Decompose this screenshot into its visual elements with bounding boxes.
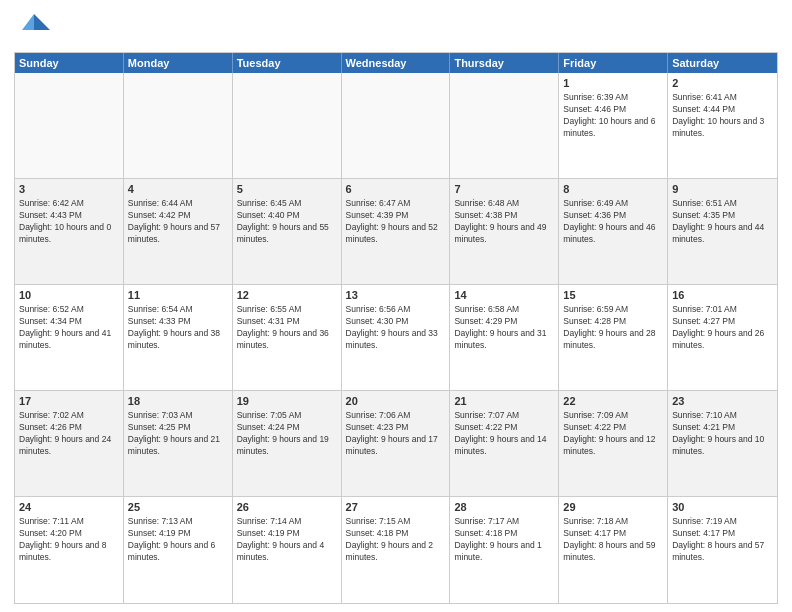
- svg-marker-1: [22, 14, 34, 30]
- cell-info: Sunrise: 6:41 AM Sunset: 4:44 PM Dayligh…: [672, 92, 773, 140]
- day-number: 7: [454, 182, 554, 197]
- day-number: 1: [563, 76, 663, 91]
- calendar-cell: 5Sunrise: 6:45 AM Sunset: 4:40 PM Daylig…: [233, 179, 342, 284]
- day-number: 18: [128, 394, 228, 409]
- day-number: 19: [237, 394, 337, 409]
- calendar-cell: 15Sunrise: 6:59 AM Sunset: 4:28 PM Dayli…: [559, 285, 668, 390]
- cell-info: Sunrise: 6:59 AM Sunset: 4:28 PM Dayligh…: [563, 304, 663, 352]
- weekday-header: Sunday: [15, 53, 124, 73]
- calendar-cell: 6Sunrise: 6:47 AM Sunset: 4:39 PM Daylig…: [342, 179, 451, 284]
- calendar-cell: [15, 73, 124, 178]
- cell-info: Sunrise: 6:49 AM Sunset: 4:36 PM Dayligh…: [563, 198, 663, 246]
- calendar-cell: 12Sunrise: 6:55 AM Sunset: 4:31 PM Dayli…: [233, 285, 342, 390]
- page: SundayMondayTuesdayWednesdayThursdayFrid…: [0, 0, 792, 612]
- calendar-cell: 11Sunrise: 6:54 AM Sunset: 4:33 PM Dayli…: [124, 285, 233, 390]
- cell-info: Sunrise: 7:06 AM Sunset: 4:23 PM Dayligh…: [346, 410, 446, 458]
- weekday-header: Monday: [124, 53, 233, 73]
- calendar-cell: 22Sunrise: 7:09 AM Sunset: 4:22 PM Dayli…: [559, 391, 668, 496]
- cell-info: Sunrise: 6:52 AM Sunset: 4:34 PM Dayligh…: [19, 304, 119, 352]
- calendar-row: 17Sunrise: 7:02 AM Sunset: 4:26 PM Dayli…: [15, 391, 777, 497]
- day-number: 10: [19, 288, 119, 303]
- cell-info: Sunrise: 7:11 AM Sunset: 4:20 PM Dayligh…: [19, 516, 119, 564]
- calendar-cell: 28Sunrise: 7:17 AM Sunset: 4:18 PM Dayli…: [450, 497, 559, 603]
- day-number: 26: [237, 500, 337, 515]
- calendar-cell: 10Sunrise: 6:52 AM Sunset: 4:34 PM Dayli…: [15, 285, 124, 390]
- cell-info: Sunrise: 6:39 AM Sunset: 4:46 PM Dayligh…: [563, 92, 663, 140]
- calendar-cell: 23Sunrise: 7:10 AM Sunset: 4:21 PM Dayli…: [668, 391, 777, 496]
- calendar-cell: 26Sunrise: 7:14 AM Sunset: 4:19 PM Dayli…: [233, 497, 342, 603]
- calendar-cell: 17Sunrise: 7:02 AM Sunset: 4:26 PM Dayli…: [15, 391, 124, 496]
- day-number: 3: [19, 182, 119, 197]
- calendar-cell: 3Sunrise: 6:42 AM Sunset: 4:43 PM Daylig…: [15, 179, 124, 284]
- cell-info: Sunrise: 7:15 AM Sunset: 4:18 PM Dayligh…: [346, 516, 446, 564]
- cell-info: Sunrise: 6:55 AM Sunset: 4:31 PM Dayligh…: [237, 304, 337, 352]
- calendar: SundayMondayTuesdayWednesdayThursdayFrid…: [14, 52, 778, 604]
- calendar-cell: 7Sunrise: 6:48 AM Sunset: 4:38 PM Daylig…: [450, 179, 559, 284]
- cell-info: Sunrise: 7:01 AM Sunset: 4:27 PM Dayligh…: [672, 304, 773, 352]
- calendar-cell: [342, 73, 451, 178]
- day-number: 24: [19, 500, 119, 515]
- day-number: 28: [454, 500, 554, 515]
- day-number: 25: [128, 500, 228, 515]
- calendar-cell: 20Sunrise: 7:06 AM Sunset: 4:23 PM Dayli…: [342, 391, 451, 496]
- cell-info: Sunrise: 7:18 AM Sunset: 4:17 PM Dayligh…: [563, 516, 663, 564]
- calendar-row: 3Sunrise: 6:42 AM Sunset: 4:43 PM Daylig…: [15, 179, 777, 285]
- cell-info: Sunrise: 7:10 AM Sunset: 4:21 PM Dayligh…: [672, 410, 773, 458]
- cell-info: Sunrise: 7:03 AM Sunset: 4:25 PM Dayligh…: [128, 410, 228, 458]
- calendar-cell: [450, 73, 559, 178]
- calendar-cell: 4Sunrise: 6:44 AM Sunset: 4:42 PM Daylig…: [124, 179, 233, 284]
- cell-info: Sunrise: 6:42 AM Sunset: 4:43 PM Dayligh…: [19, 198, 119, 246]
- svg-marker-0: [34, 14, 50, 30]
- calendar-cell: 16Sunrise: 7:01 AM Sunset: 4:27 PM Dayli…: [668, 285, 777, 390]
- calendar-cell: 14Sunrise: 6:58 AM Sunset: 4:29 PM Dayli…: [450, 285, 559, 390]
- day-number: 12: [237, 288, 337, 303]
- calendar-cell: 25Sunrise: 7:13 AM Sunset: 4:19 PM Dayli…: [124, 497, 233, 603]
- cell-info: Sunrise: 6:47 AM Sunset: 4:39 PM Dayligh…: [346, 198, 446, 246]
- day-number: 29: [563, 500, 663, 515]
- cell-info: Sunrise: 7:19 AM Sunset: 4:17 PM Dayligh…: [672, 516, 773, 564]
- cell-info: Sunrise: 6:51 AM Sunset: 4:35 PM Dayligh…: [672, 198, 773, 246]
- day-number: 22: [563, 394, 663, 409]
- calendar-cell: 21Sunrise: 7:07 AM Sunset: 4:22 PM Dayli…: [450, 391, 559, 496]
- day-number: 4: [128, 182, 228, 197]
- day-number: 8: [563, 182, 663, 197]
- cell-info: Sunrise: 7:09 AM Sunset: 4:22 PM Dayligh…: [563, 410, 663, 458]
- day-number: 5: [237, 182, 337, 197]
- calendar-row: 1Sunrise: 6:39 AM Sunset: 4:46 PM Daylig…: [15, 73, 777, 179]
- calendar-cell: 18Sunrise: 7:03 AM Sunset: 4:25 PM Dayli…: [124, 391, 233, 496]
- weekday-header: Saturday: [668, 53, 777, 73]
- calendar-cell: [233, 73, 342, 178]
- day-number: 11: [128, 288, 228, 303]
- day-number: 6: [346, 182, 446, 197]
- calendar-cell: 19Sunrise: 7:05 AM Sunset: 4:24 PM Dayli…: [233, 391, 342, 496]
- weekday-header: Wednesday: [342, 53, 451, 73]
- cell-info: Sunrise: 6:44 AM Sunset: 4:42 PM Dayligh…: [128, 198, 228, 246]
- cell-info: Sunrise: 6:56 AM Sunset: 4:30 PM Dayligh…: [346, 304, 446, 352]
- calendar-cell: 30Sunrise: 7:19 AM Sunset: 4:17 PM Dayli…: [668, 497, 777, 603]
- day-number: 17: [19, 394, 119, 409]
- day-number: 2: [672, 76, 773, 91]
- day-number: 15: [563, 288, 663, 303]
- day-number: 13: [346, 288, 446, 303]
- calendar-body: 1Sunrise: 6:39 AM Sunset: 4:46 PM Daylig…: [15, 73, 777, 603]
- day-number: 30: [672, 500, 773, 515]
- cell-info: Sunrise: 7:14 AM Sunset: 4:19 PM Dayligh…: [237, 516, 337, 564]
- calendar-cell: 24Sunrise: 7:11 AM Sunset: 4:20 PM Dayli…: [15, 497, 124, 603]
- logo: [14, 10, 54, 46]
- cell-info: Sunrise: 6:48 AM Sunset: 4:38 PM Dayligh…: [454, 198, 554, 246]
- calendar-cell: 29Sunrise: 7:18 AM Sunset: 4:17 PM Dayli…: [559, 497, 668, 603]
- day-number: 9: [672, 182, 773, 197]
- calendar-cell: 9Sunrise: 6:51 AM Sunset: 4:35 PM Daylig…: [668, 179, 777, 284]
- weekday-header: Thursday: [450, 53, 559, 73]
- calendar-cell: [124, 73, 233, 178]
- cell-info: Sunrise: 6:54 AM Sunset: 4:33 PM Dayligh…: [128, 304, 228, 352]
- calendar-header: SundayMondayTuesdayWednesdayThursdayFrid…: [15, 53, 777, 73]
- day-number: 16: [672, 288, 773, 303]
- day-number: 27: [346, 500, 446, 515]
- calendar-cell: 1Sunrise: 6:39 AM Sunset: 4:46 PM Daylig…: [559, 73, 668, 178]
- weekday-header: Friday: [559, 53, 668, 73]
- cell-info: Sunrise: 7:17 AM Sunset: 4:18 PM Dayligh…: [454, 516, 554, 564]
- cell-info: Sunrise: 7:13 AM Sunset: 4:19 PM Dayligh…: [128, 516, 228, 564]
- cell-info: Sunrise: 7:05 AM Sunset: 4:24 PM Dayligh…: [237, 410, 337, 458]
- cell-info: Sunrise: 7:07 AM Sunset: 4:22 PM Dayligh…: [454, 410, 554, 458]
